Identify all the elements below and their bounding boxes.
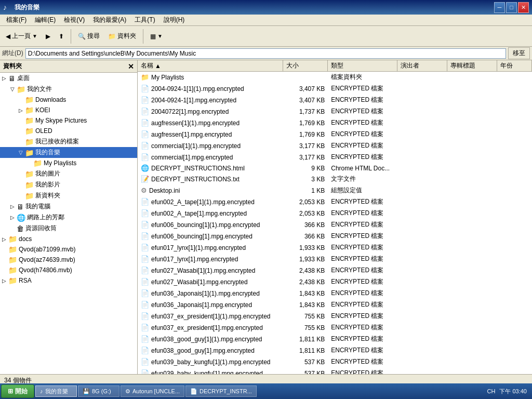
- file-type-cell: ENCRYPTED 檔案: [328, 141, 397, 151]
- address-input[interactable]: [25, 48, 506, 59]
- col-header-size[interactable]: 大小: [283, 60, 328, 71]
- menu-file[interactable]: 檔案(F): [2, 15, 31, 25]
- address-bar: 網址(D) 移至: [0, 47, 532, 60]
- sidebar-item-desktop[interactable]: ▷ 🖥 桌面: [0, 73, 137, 84]
- table-row[interactable]: 📄 efun006_bouncing[1].mpg.encrypted 366 …: [138, 231, 532, 242]
- sidebar-item-new-folder[interactable]: 📁 新資料夾: [0, 190, 137, 201]
- file-size-cell: 2,438 KB: [283, 267, 328, 275]
- sidebar-item-my-computer[interactable]: ▷ 🖥 我的電腦: [0, 201, 137, 212]
- sidebar-item-oled[interactable]: 📁 OLED: [0, 126, 137, 136]
- col-header-album[interactable]: 專輯標題: [447, 60, 497, 71]
- taskbar-item-my-music[interactable]: ♪ 我的音樂: [35, 385, 77, 397]
- table-row[interactable]: 📄 efun036_Japonais[1].mpg.encrypted 1,84…: [138, 299, 532, 311]
- expand-icon[interactable]: ▷: [0, 278, 8, 284]
- menu-tools[interactable]: 工具(T): [130, 15, 159, 25]
- table-row[interactable]: 📄 augfressen[1].mpg.encrypted 1,769 KB E…: [138, 129, 532, 140]
- table-row[interactable]: 📄 efun006_bouncing[1](1).mpg.encrypted 3…: [138, 219, 532, 231]
- expand-icon[interactable]: ▷: [17, 108, 25, 113]
- sidebar-item-downloads[interactable]: 📁 Downloads: [0, 95, 137, 105]
- expand-icon: [17, 97, 25, 103]
- col-header-year[interactable]: 年份: [497, 60, 532, 71]
- sidebar-close-button[interactable]: ✕: [128, 62, 134, 71]
- table-row[interactable]: 📄 efun002_A_tape[1](1).mpg.encrypted 2,0…: [138, 196, 532, 208]
- sidebar-item-koei[interactable]: ▷ 📁 KOEI: [0, 105, 137, 115]
- maximize-button[interactable]: □: [506, 2, 517, 13]
- taskbar-item-8g[interactable]: 💾 8G (G:): [78, 385, 119, 397]
- go-button[interactable]: 移至: [508, 47, 530, 59]
- table-row[interactable]: 📄 efun017_lynx[1].mpg.encrypted 1,933 KB…: [138, 254, 532, 265]
- sidebar-item-my-docs[interactable]: ▽ 📁 我的文件: [0, 84, 137, 95]
- sidebar-item-qvod3[interactable]: 📁 Qvod(h74806.mvb): [0, 265, 137, 275]
- table-row[interactable]: 📄 efun027_Wasabi[1].mpg.encrypted 2,438 …: [138, 276, 532, 288]
- file-name-label: efun036_Japonais[1].mpg.encrypted: [151, 301, 252, 309]
- table-row[interactable]: 📄 efun037_ex_president[1](1).mpg.encrypt…: [138, 311, 532, 322]
- expand-icon[interactable]: ▽: [17, 150, 25, 155]
- sidebar-item-playlists[interactable]: 📁 My Playlists: [0, 158, 137, 168]
- menu-view[interactable]: 檢視(V): [60, 15, 89, 25]
- file-album-cell: [447, 293, 497, 294]
- folders-button[interactable]: 📁 資料夾: [104, 30, 140, 43]
- sidebar-item-recycle[interactable]: 🗑 資源回收筒: [0, 223, 137, 234]
- table-row[interactable]: 🌐 DECRYPT_INSTRUCTIONS.html 9 KB Chrome …: [138, 163, 532, 174]
- table-row[interactable]: 📁 My Playlists 檔案資料夾: [138, 72, 532, 83]
- expand-icon[interactable]: ▷: [8, 204, 17, 209]
- sidebar-item-rsa[interactable]: ▷ 📁 RSA: [0, 275, 137, 286]
- taskbar-item-autorun[interactable]: ⚙ Autorun [UNCLE...: [121, 385, 184, 397]
- table-row[interactable]: 📄 augfressen[1](1).mpg.encrypted 1,769 K…: [138, 117, 532, 129]
- start-label: 開始: [15, 387, 28, 396]
- sidebar-item-my-pics[interactable]: 📁 我的圖片: [0, 168, 137, 179]
- expand-icon[interactable]: ▷: [0, 75, 8, 81]
- table-row[interactable]: 📄 efun017_lynx[1](1).mpg.encrypted 1,933…: [138, 242, 532, 254]
- expand-icon[interactable]: ▷: [8, 215, 17, 220]
- table-row[interactable]: 📄 20040722[1].mpg.encrypted 1,737 KB ENC…: [138, 106, 532, 117]
- table-row[interactable]: 📄 efun038_good_guy[1].mpg.encrypted 1,81…: [138, 345, 532, 356]
- sidebar-header: 資料夾 ✕: [0, 60, 137, 73]
- sidebar-item-received[interactable]: 📁 我已接收的檔案: [0, 136, 137, 147]
- close-button[interactable]: ✕: [518, 2, 529, 13]
- table-row[interactable]: 📄 efun002_A_tape[1].mpg.encrypted 2,053 …: [138, 208, 532, 219]
- expand-icon: [17, 193, 25, 198]
- table-row[interactable]: 📄 commercial[1](1).mpg.encrypted 3,177 K…: [138, 140, 532, 152]
- start-button[interactable]: ⊞ 開始: [1, 384, 34, 398]
- menu-favorites[interactable]: 我的最愛(A): [89, 15, 130, 25]
- file-type-cell: ENCRYPTED 檔案: [328, 357, 397, 367]
- file-artist-cell: [397, 282, 447, 283]
- sidebar-item-docs[interactable]: ▷ 📁 docs: [0, 234, 137, 244]
- minimize-button[interactable]: ─: [494, 2, 505, 13]
- menu-edit[interactable]: 編輯(E): [31, 15, 60, 25]
- table-row[interactable]: 📄 efun027_Wasabi[1](1).mpg.encrypted 2,4…: [138, 265, 532, 276]
- expand-icon[interactable]: ▷: [0, 236, 8, 242]
- folder-icon: 📁: [8, 245, 17, 254]
- table-row[interactable]: ⚙ Desktop.ini 1 KB 組態設定值: [138, 185, 532, 196]
- table-row[interactable]: 📄 efun037_ex_president[1].mpg.encrypted …: [138, 322, 532, 334]
- table-row[interactable]: 📝 DECRYPT_INSTRUCTIONS.txt 3 KB 文字文件: [138, 174, 532, 185]
- sidebar-item-skype-pics[interactable]: 📁 My Skype Pictures: [0, 115, 137, 126]
- expand-icon[interactable]: ▽: [8, 86, 17, 92]
- table-row[interactable]: 📄 commercial[1].mpg.encrypted 3,177 KB E…: [138, 152, 532, 163]
- up-button[interactable]: ⬆: [55, 31, 68, 42]
- sidebar-item-my-music[interactable]: ▽ 📁 我的音樂: [0, 147, 137, 158]
- table-row[interactable]: 📄 efun038_good_guy[1](1).mpg.encrypted 1…: [138, 334, 532, 345]
- search-button[interactable]: 🔍 搜尋: [74, 30, 103, 43]
- table-row[interactable]: 📄 2004-0924-1[1](1).mpg.encrypted 3,407 …: [138, 83, 532, 95]
- table-row[interactable]: 📄 efun039_baby_kungfu[1](1).mpg.encrypte…: [138, 356, 532, 368]
- back-button[interactable]: ◀ 上一頁 ▼: [2, 30, 41, 43]
- table-row[interactable]: 📄 efun036_Japonais[1](1).mpg.encrypted 1…: [138, 288, 532, 299]
- sidebar-item-my-videos[interactable]: 📁 我的影片: [0, 179, 137, 190]
- menu-help[interactable]: 說明(H): [159, 15, 189, 25]
- col-header-artist[interactable]: 演出者: [397, 60, 447, 71]
- views-button[interactable]: ▦ ▼: [147, 31, 166, 42]
- folder-icon: 📁: [33, 159, 42, 167]
- sidebar-item-network[interactable]: ▷ 🌐 網路上的芳鄰: [0, 212, 137, 223]
- taskbar-item-label: DECRYPT_INSTR...: [200, 388, 252, 394]
- sidebar-item-qvod2[interactable]: 📁 Qvod(az74639.mvb): [0, 255, 137, 265]
- sidebar-item-qvod1[interactable]: 📁 Qvod(ab71099.mvb): [0, 244, 137, 255]
- taskbar-item-decrypt[interactable]: 📄 DECRYPT_INSTR...: [185, 385, 257, 397]
- views-icon: ▦: [150, 33, 156, 40]
- forward-button[interactable]: ▶: [42, 31, 54, 42]
- table-row[interactable]: 📄 2004-0924-1[1].mpg.encrypted 3,407 KB …: [138, 95, 532, 106]
- table-row[interactable]: 📄 efun039_baby_kungfu[1].mpg.encrypted 5…: [138, 368, 532, 374]
- col-header-name[interactable]: 名稱 ▲: [138, 60, 283, 71]
- col-header-type[interactable]: 類型: [328, 60, 397, 71]
- file-type-icon: 📄: [141, 267, 149, 274]
